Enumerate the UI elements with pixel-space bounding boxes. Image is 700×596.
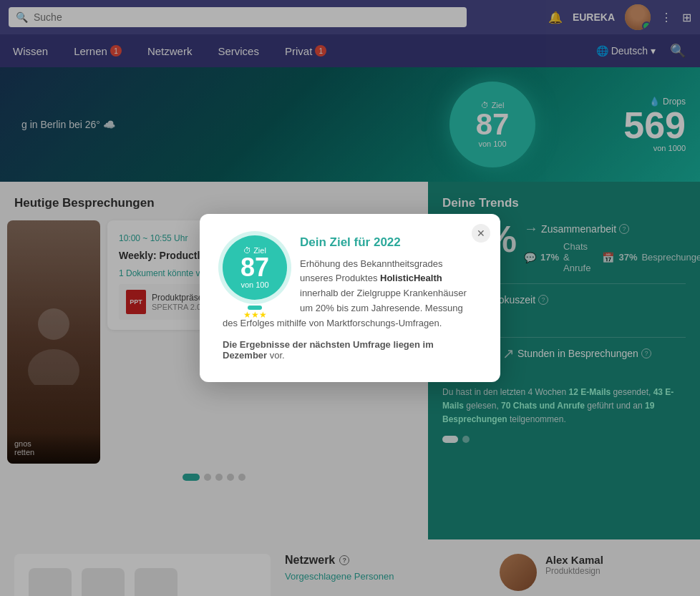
modal-close-button[interactable]: ✕	[472, 224, 490, 243]
goal-modal: ✕ ⏱ Ziel 87 von 100 ★★★ Dein Ziel für 20…	[200, 214, 500, 383]
modal-badge-sub: von 100	[240, 280, 268, 289]
modal-badge-number: 87	[240, 255, 269, 280]
modal-badge-stars: ★★★	[243, 310, 267, 320]
modal-badge-area: ⏱ Ziel 87 von 100 ★★★	[223, 235, 287, 300]
modal-footer: Die Ergebnisse der nächsten Umfrage lieg…	[223, 339, 477, 361]
modal-ziel-badge: ⏱ Ziel 87 von 100 ★★★	[223, 235, 287, 300]
modal-overlay[interactable]: ✕ ⏱ Ziel 87 von 100 ★★★ Dein Ziel für 20…	[0, 0, 700, 596]
